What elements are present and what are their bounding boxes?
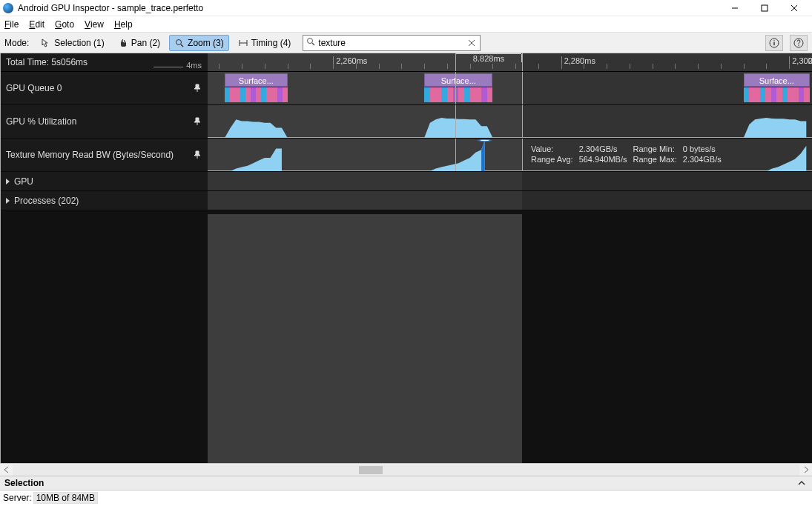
time-ruler[interactable]: 8.828ms 2,260ms2,280ms2,300ms2,3	[208, 53, 812, 71]
track-label: GPU % Utilization	[6, 116, 76, 127]
search-input[interactable]	[318, 38, 463, 48]
selection-panel-title: Selection	[4, 478, 44, 488]
mode-zoom-label: Zoom (3)	[188, 38, 224, 48]
selection-icon	[41, 38, 51, 48]
maximize-button[interactable]	[750, 0, 779, 16]
info-icon	[769, 38, 779, 48]
mode-zoom-button[interactable]: Zoom (3)	[169, 35, 229, 51]
timing-icon	[238, 38, 248, 48]
timeline-empty-area[interactable]	[208, 214, 812, 463]
zoom-icon	[174, 38, 185, 48]
svg-line-10	[312, 43, 314, 45]
svg-point-17	[798, 44, 799, 46]
scroll-track[interactable]	[13, 465, 799, 476]
window-title: Android GPU Inspector - sample_trace.per…	[18, 3, 720, 13]
selection-range-label: 8.828ms	[455, 54, 522, 62]
mode-selection-label: Selection (1)	[54, 38, 104, 48]
search-box[interactable]	[303, 35, 481, 51]
scroll-thumb[interactable]	[359, 466, 383, 474]
menu-view[interactable]: View	[85, 19, 104, 30]
pan-icon	[118, 38, 128, 48]
svg-rect-1	[762, 5, 768, 11]
status-server-label: Server:	[3, 493, 32, 503]
track-gpu-queue[interactable]: GPU Queue 0 Surface...Surface...Surface.…	[0, 72, 812, 105]
track-gpu-utilization[interactable]: GPU % Utilization	[0, 105, 812, 139]
pin-icon[interactable]	[193, 117, 202, 126]
queue-block[interactable]: Surface...	[744, 73, 810, 87]
pin-icon[interactable]	[193, 84, 202, 93]
info-button[interactable]	[765, 35, 783, 51]
selection-panel-header[interactable]: Selection	[0, 476, 812, 490]
status-bar: Server: 10MB of 84MB	[0, 490, 812, 505]
status-memory: 10MB of 84MB	[33, 492, 98, 504]
timeline-view[interactable]: Total Time: 5s056ms 4ms 8.828ms 2,260ms2…	[0, 53, 812, 463]
app-icon	[3, 3, 13, 13]
category-processes[interactable]: Processes (202)	[0, 191, 812, 210]
mode-timing-label: Timing (4)	[251, 38, 291, 48]
clear-search-button[interactable]	[466, 38, 477, 48]
menu-file[interactable]: File	[4, 19, 19, 30]
queue-block[interactable]: Surface...	[225, 73, 288, 87]
category-gpu[interactable]: GPU	[0, 172, 812, 191]
track-label: GPU Queue 0	[6, 83, 62, 93]
toolbar: Mode: Selection (1) Pan (2) Zoom (3) Tim…	[0, 33, 812, 53]
svg-line-5	[181, 44, 183, 47]
time-ruler-row: Total Time: 5s056ms 4ms 8.828ms 2,260ms2…	[0, 53, 812, 72]
expand-icon	[6, 179, 10, 184]
chevron-up-icon[interactable]	[796, 477, 808, 489]
help-button[interactable]	[790, 35, 808, 51]
scroll-left-button[interactable]	[0, 464, 13, 476]
menu-help[interactable]: Help	[114, 19, 133, 30]
pin-icon[interactable]	[193, 150, 202, 159]
menu-goto[interactable]: Goto	[55, 19, 74, 30]
title-bar: Android GPU Inspector - sample_trace.per…	[0, 0, 812, 16]
menu-bar: File Edit Goto View Help	[0, 16, 812, 33]
mode-pan-button[interactable]: Pan (2)	[113, 35, 165, 51]
queue-block[interactable]: Surface...	[424, 73, 492, 87]
help-icon	[793, 38, 804, 48]
close-button[interactable]	[779, 0, 809, 16]
svg-point-18	[479, 140, 491, 142]
expand-icon	[6, 198, 10, 204]
search-icon	[306, 37, 315, 48]
svg-point-9	[308, 39, 313, 44]
mode-timing-button[interactable]: Timing (4)	[234, 35, 296, 51]
track-label: Texture Memory Read BW (Bytes/Second)	[6, 150, 174, 160]
track-texture-bw[interactable]: Texture Memory Read BW (Bytes/Second) Va…	[0, 139, 812, 172]
minimize-button[interactable]	[720, 0, 750, 16]
mode-pan-label: Pan (2)	[131, 38, 160, 48]
scroll-right-button[interactable]	[799, 464, 812, 476]
mode-selection-button[interactable]: Selection (1)	[36, 35, 108, 51]
svg-point-14	[773, 40, 775, 41]
total-time-label: Total Time: 5s056ms 4ms	[0, 53, 208, 71]
svg-point-4	[176, 39, 182, 44]
menu-edit[interactable]: Edit	[29, 19, 44, 30]
horizontal-scrollbar[interactable]	[0, 463, 812, 476]
selection-end-line	[0, 53, 1, 463]
mode-label: Mode:	[4, 38, 29, 48]
